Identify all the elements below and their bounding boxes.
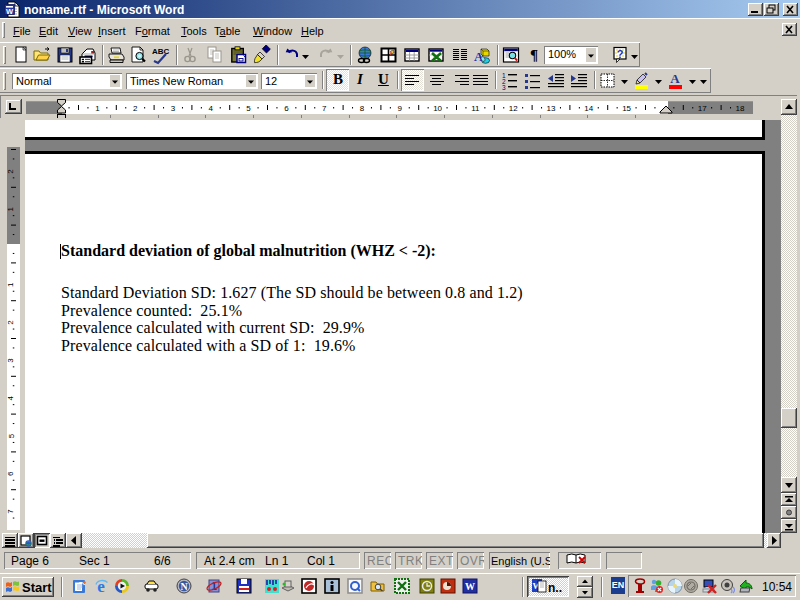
svg-text:A: A xyxy=(670,71,680,86)
svg-text:9: 9 xyxy=(398,104,403,113)
svg-text:8: 8 xyxy=(360,104,365,113)
svg-text:3: 3 xyxy=(7,358,16,363)
svg-text:4: 4 xyxy=(7,395,16,400)
svg-text:W: W xyxy=(6,7,14,16)
svg-text:6: 6 xyxy=(7,471,16,476)
svg-text:3: 3 xyxy=(171,104,176,113)
svg-text:5: 5 xyxy=(7,433,16,438)
svg-text:1: 1 xyxy=(95,104,100,113)
svg-text:2: 2 xyxy=(7,169,16,174)
svg-text:?: ? xyxy=(617,48,624,60)
svg-text:3: 3 xyxy=(502,84,506,91)
svg-text:W: W xyxy=(465,581,475,592)
svg-text:5: 5 xyxy=(246,104,251,113)
svg-text:7: 7 xyxy=(322,104,327,113)
svg-text:2: 2 xyxy=(133,104,138,113)
svg-text:7: 7 xyxy=(7,509,16,514)
svg-text:11: 11 xyxy=(471,104,480,113)
svg-text:1: 1 xyxy=(7,282,16,287)
svg-text:1: 1 xyxy=(7,206,15,211)
svg-text:N: N xyxy=(180,581,188,592)
svg-text:15: 15 xyxy=(622,104,631,113)
svg-text:13: 13 xyxy=(547,104,556,113)
svg-text:10: 10 xyxy=(433,104,442,113)
svg-text:4: 4 xyxy=(209,104,214,113)
svg-text:12: 12 xyxy=(509,104,518,113)
svg-text:2: 2 xyxy=(7,320,16,325)
svg-text:ABC: ABC xyxy=(152,47,170,56)
svg-text:¶: ¶ xyxy=(530,47,538,63)
svg-text:14: 14 xyxy=(584,104,593,113)
svg-text:18: 18 xyxy=(736,104,745,113)
svg-text:17: 17 xyxy=(698,104,707,113)
svg-text:6: 6 xyxy=(284,104,289,113)
